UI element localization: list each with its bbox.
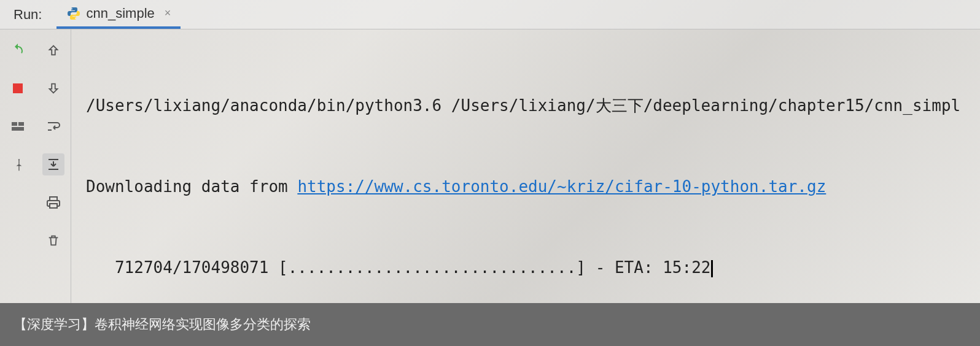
text-cursor	[711, 260, 713, 277]
svg-rect-2	[13, 83, 23, 93]
down-button[interactable]	[42, 77, 64, 99]
trash-button[interactable]	[42, 229, 64, 252]
run-toolbar-secondary	[36, 29, 71, 303]
footer-text: 【深度学习】卷积神经网络实现图像多分类的探索	[14, 315, 311, 334]
svg-rect-3	[12, 122, 17, 126]
pin-button[interactable]	[7, 153, 29, 175]
rerun-button[interactable]	[7, 39, 29, 61]
print-button[interactable]	[42, 191, 64, 213]
svg-rect-5	[12, 127, 24, 131]
download-link[interactable]: https://www.cs.toronto.edu/~kriz/cifar-1…	[297, 177, 826, 196]
run-toolbar-primary	[0, 29, 36, 303]
footer-caption: 【深度学习】卷积神经网络实现图像多分类的探索	[0, 303, 980, 346]
close-icon[interactable]: ×	[165, 7, 171, 20]
run-label: Run:	[0, 7, 56, 23]
console-line: /Users/lixiang/anaconda/bin/python3.6 /U…	[86, 92, 980, 119]
run-tab[interactable]: cnn_simple ×	[56, 0, 181, 29]
python-icon	[66, 6, 81, 21]
up-button[interactable]	[42, 39, 64, 61]
layout-button[interactable]	[7, 115, 29, 137]
svg-point-1	[76, 17, 77, 18]
stop-button[interactable]	[7, 77, 29, 99]
scroll-to-end-button[interactable]	[42, 153, 64, 175]
console-line: 712704/170498071 [......................…	[86, 254, 980, 281]
tab-label: cnn_simple	[86, 6, 154, 21]
svg-rect-4	[18, 122, 24, 126]
svg-point-0	[72, 8, 73, 9]
run-header: Run: cnn_simple ×	[0, 0, 980, 29]
console-line: Downloading data from https://www.cs.tor…	[86, 173, 980, 200]
soft-wrap-button[interactable]	[42, 115, 64, 137]
console-output[interactable]: /Users/lixiang/anaconda/bin/python3.6 /U…	[71, 29, 980, 303]
